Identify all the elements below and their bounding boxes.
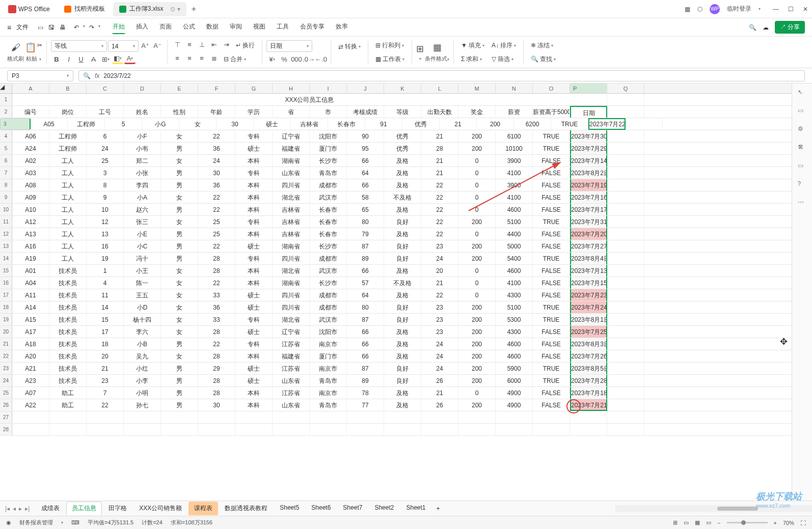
undo-button[interactable]: ↶ [74,24,79,31]
data-cell[interactable]: 20 [87,350,124,362]
data-cell[interactable]: 及格 [384,350,421,362]
hamburger-icon[interactable]: ≡ [7,23,11,32]
data-cell[interactable]: 2023年7月23日 [570,289,607,301]
data-cell[interactable]: 9 [87,191,124,203]
data-cell[interactable]: 200 [458,130,496,142]
data-cell[interactable]: A17 [12,326,49,338]
data-cell[interactable]: FALSE [533,191,570,203]
data-cell[interactable]: FALSE [533,289,570,301]
data-cell[interactable]: 小A [124,191,161,203]
data-cell[interactable]: FALSE [533,387,570,399]
data-cell[interactable]: A05 [31,118,68,130]
header-cell[interactable]: 性别 [161,106,198,118]
data-cell[interactable]: 及格 [384,289,421,301]
menu-数据[interactable]: 数据 [206,20,219,34]
empty-cell[interactable] [198,411,235,423]
data-cell[interactable]: 工人 [49,253,87,264]
decimal-inc-button[interactable]: .0→ [303,54,314,64]
data-cell[interactable]: 200 [458,338,496,350]
menu-视图[interactable]: 视图 [253,20,265,34]
font-size-select[interactable]: 14▾ [108,40,139,52]
row-header-6[interactable]: 6 [0,155,12,166]
data-cell[interactable]: 66 [347,326,384,338]
data-cell[interactable]: TRUE [551,118,588,130]
data-cell[interactable]: 36 [198,143,235,154]
data-cell[interactable]: 23 [421,240,458,252]
data-cell[interactable]: 小G [142,118,179,130]
data-cell[interactable]: 4 [87,277,124,289]
data-cell[interactable]: 硕士 [235,363,273,374]
data-cell[interactable]: 2023年7月20日 [570,228,607,240]
data-cell[interactable]: 小韦 [124,143,161,154]
data-cell[interactable]: 2023年8月2日 [570,167,607,179]
fx-icon[interactable]: fx [95,72,99,79]
data-cell[interactable]: A07 [12,387,49,399]
menu-工具[interactable]: 工具 [277,20,289,34]
data-cell[interactable]: A24 [12,143,49,154]
col-header-N[interactable]: N [496,83,533,93]
empty-cell[interactable] [533,424,570,435]
data-cell[interactable]: 不及格 [384,191,421,203]
data-cell[interactable]: 2023年7月13日 [570,265,607,276]
data-cell[interactable]: 5100 [496,216,533,228]
data-cell[interactable]: 女 [161,350,198,362]
strike-button[interactable]: A̶ [88,54,99,64]
data-cell[interactable]: 79 [347,228,384,240]
data-cell[interactable]: 本科 [235,277,273,289]
format-brush-group[interactable]: 🖌 格式刷 [7,42,24,63]
data-cell[interactable]: FALSE [533,155,570,166]
data-cell[interactable]: 5 [105,118,142,130]
data-cell[interactable]: 沈阳市 [310,326,347,338]
data-cell[interactable]: 小张 [124,167,161,179]
data-cell[interactable]: FALSE [533,338,570,350]
data-cell[interactable]: 硕士 [235,326,273,338]
data-cell[interactable]: 22 [198,191,235,203]
data-cell[interactable]: 28 [421,143,458,154]
data-cell[interactable]: 2023年8月1日 [570,314,607,325]
sheet-tab[interactable]: 员工信息 [66,502,102,515]
data-cell[interactable]: 80 [347,216,384,228]
data-cell[interactable]: 8 [87,179,124,191]
spreadsheet-grid[interactable]: ◢ABCDEFGHIJKLMNOPQ1XXX公司员工信息2编号岗位工号姓名性别年… [0,83,792,500]
data-cell[interactable]: 本科 [235,265,273,276]
data-cell[interactable]: 福建省 [273,350,310,362]
col-header-H[interactable]: H [273,83,310,93]
sheet-tab[interactable]: Sheet6 [306,502,336,515]
data-cell[interactable]: A22 [12,399,49,411]
data-cell[interactable]: 本科 [235,350,273,362]
find-button[interactable]: 🔍 查找▾ [528,53,559,65]
menu-页面[interactable]: 页面 [159,20,172,34]
data-cell[interactable]: 30 [198,167,235,179]
sheet-tab[interactable]: Sheet1 [400,502,431,515]
data-cell[interactable]: 10 [87,204,124,215]
header-cell[interactable]: 市 [310,106,347,118]
data-cell[interactable]: 80 [347,301,384,313]
row-header-20[interactable]: 20 [0,326,12,338]
data-cell[interactable]: 赵六 [124,204,161,215]
data-cell[interactable]: 87 [347,363,384,374]
data-cell[interactable]: 23 [87,375,124,386]
data-cell[interactable]: 硕士 [254,118,291,130]
decrease-font-button[interactable]: A⁻ [152,40,163,50]
data-cell[interactable]: 0 [458,228,496,240]
row-header-17[interactable]: 17 [0,289,12,301]
data-cell[interactable]: A20 [12,350,49,362]
file-menu[interactable]: 文件 [16,23,29,32]
data-cell[interactable]: A15 [12,314,49,325]
row-header-26[interactable]: 26 [0,399,12,411]
data-cell[interactable]: 58 [347,191,384,203]
row-header-22[interactable]: 22 [0,350,12,362]
data-cell[interactable]: 女 [161,289,198,301]
col-header-M[interactable]: M [458,83,496,93]
data-cell[interactable]: 57 [347,277,384,289]
data-cell[interactable]: 77 [347,399,384,411]
zoom-formula-icon[interactable]: 🔍 [83,72,91,79]
formula-input[interactable]: 2023/7/22 [103,72,800,79]
data-cell[interactable]: 22 [421,228,458,240]
data-cell[interactable]: 1 [87,265,124,276]
row-header-11[interactable]: 11 [0,216,12,228]
data-cell[interactable]: 0 [458,204,496,215]
data-cell[interactable]: 0 [458,179,496,191]
sheet-tab[interactable]: Sheet7 [337,502,368,515]
header-cell[interactable]: 出勤天数 [421,106,458,118]
